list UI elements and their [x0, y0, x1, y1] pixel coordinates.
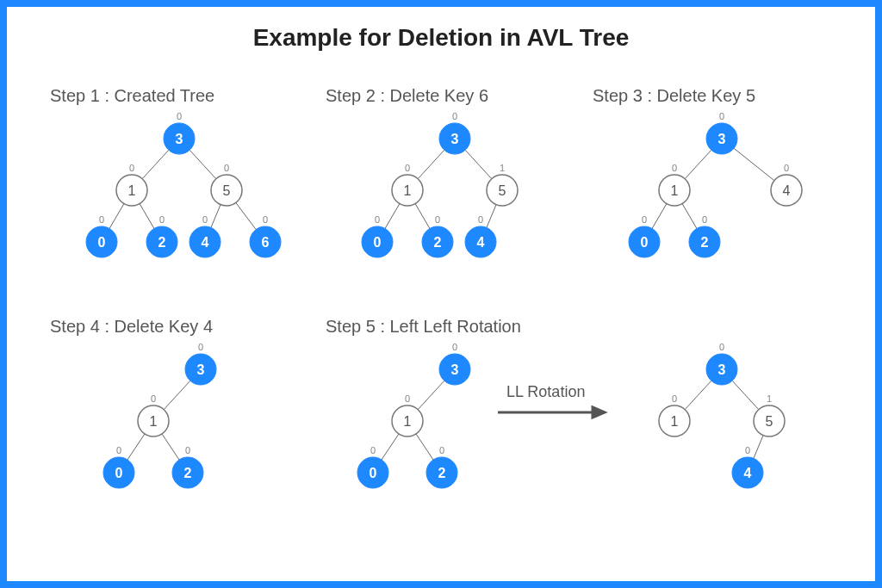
svg-text:0: 0	[370, 466, 377, 480]
svg-text:1: 1	[128, 183, 136, 198]
svg-text:3: 3	[451, 132, 459, 146]
rotation-label: LL Rotation	[506, 383, 585, 400]
svg-line-51	[734, 148, 774, 181]
svg-text:0: 0	[745, 445, 750, 455]
svg-line-53	[682, 204, 697, 229]
step-5: Step 5 : Left Left Rotation 30100020 LL …	[326, 317, 825, 516]
svg-text:0: 0	[129, 163, 134, 173]
svg-line-103	[754, 436, 763, 459]
step-3: Step 3 : Delete Key 5 3010400020	[593, 86, 825, 276]
svg-text:0: 0	[159, 214, 165, 225]
tree-3: 3010400020	[593, 113, 825, 276]
svg-line-85	[382, 434, 399, 460]
svg-text:5: 5	[499, 183, 506, 198]
svg-text:1: 1	[404, 414, 412, 429]
svg-text:5: 5	[223, 183, 231, 198]
svg-text:5: 5	[766, 414, 773, 429]
svg-text:1: 1	[500, 163, 505, 173]
svg-text:6: 6	[262, 235, 270, 250]
step-5-title: Step 5 : Left Left Rotation	[326, 317, 825, 337]
svg-text:0: 0	[99, 214, 104, 225]
svg-text:0: 0	[405, 163, 410, 173]
svg-line-84	[418, 381, 444, 409]
svg-text:0: 0	[452, 344, 457, 352]
svg-text:0: 0	[719, 344, 724, 352]
svg-line-30	[415, 204, 430, 229]
svg-line-29	[385, 204, 400, 229]
svg-text:0: 0	[702, 214, 707, 225]
svg-line-71	[162, 434, 179, 460]
svg-line-102	[732, 381, 759, 409]
svg-text:4: 4	[202, 235, 209, 250]
page-title: Example for Deletion in AVL Tree	[41, 24, 841, 52]
svg-text:2: 2	[438, 466, 446, 480]
svg-text:2: 2	[434, 235, 442, 250]
svg-text:0: 0	[435, 214, 440, 225]
svg-text:0: 0	[374, 235, 382, 250]
svg-line-52	[652, 204, 667, 229]
svg-line-101	[685, 381, 711, 409]
svg-text:1: 1	[767, 393, 772, 404]
svg-text:2: 2	[158, 235, 166, 250]
svg-text:0: 0	[370, 445, 376, 455]
svg-line-5	[236, 202, 256, 229]
step-1: Step 1 : Created Tree 30105000204060	[50, 86, 300, 276]
svg-text:1: 1	[404, 183, 412, 198]
tree-1: 30105000204060	[50, 113, 300, 276]
svg-text:4: 4	[477, 235, 485, 250]
svg-text:1: 1	[671, 183, 679, 198]
svg-line-86	[416, 434, 433, 460]
svg-text:0: 0	[116, 445, 121, 455]
svg-line-1	[189, 150, 216, 178]
step-1-title: Step 1 : Created Tree	[50, 86, 300, 106]
svg-text:0: 0	[719, 113, 724, 121]
svg-text:0: 0	[151, 393, 156, 404]
svg-text:0: 0	[177, 113, 182, 121]
svg-line-70	[127, 434, 145, 460]
svg-text:0: 0	[672, 393, 677, 404]
svg-text:4: 4	[744, 466, 752, 480]
svg-text:3: 3	[451, 362, 459, 377]
svg-line-31	[487, 205, 496, 228]
svg-text:2: 2	[184, 466, 192, 480]
svg-text:0: 0	[224, 163, 229, 173]
tree-4: 30100020	[50, 344, 300, 507]
svg-text:0: 0	[642, 214, 647, 225]
step-3-title: Step 3 : Delete Key 5	[593, 86, 825, 106]
svg-text:2: 2	[701, 235, 709, 250]
svg-text:0: 0	[115, 466, 123, 480]
svg-text:0: 0	[439, 445, 444, 455]
svg-text:4: 4	[783, 183, 791, 198]
svg-line-27	[418, 150, 444, 178]
svg-text:0: 0	[672, 163, 677, 173]
svg-line-2	[109, 204, 124, 229]
svg-text:0: 0	[784, 163, 789, 173]
svg-text:3: 3	[718, 132, 726, 146]
step-2-title: Step 2 : Delete Key 6	[326, 86, 558, 106]
svg-text:0: 0	[405, 393, 410, 404]
svg-text:3: 3	[718, 362, 726, 377]
svg-marker-100	[593, 407, 605, 418]
step-4: Step 4 : Delete Key 4 30100020	[50, 317, 300, 507]
svg-text:0: 0	[202, 214, 208, 225]
svg-line-4	[211, 205, 220, 228]
svg-line-0	[142, 150, 169, 178]
svg-text:1: 1	[671, 414, 679, 429]
svg-line-3	[140, 204, 154, 229]
tree-5: 30100020 LL Rotation 30105140	[326, 344, 825, 516]
svg-text:0: 0	[641, 235, 649, 250]
tree-2: 301051002040	[326, 113, 558, 276]
svg-text:0: 0	[198, 344, 203, 352]
svg-text:3: 3	[176, 132, 183, 146]
step-4-title: Step 4 : Delete Key 4	[50, 317, 300, 337]
svg-text:1: 1	[150, 414, 158, 429]
diagram-frame: Example for Deletion in AVL Tree Step 1 …	[0, 0, 882, 588]
svg-text:0: 0	[478, 214, 483, 225]
svg-text:0: 0	[98, 235, 106, 250]
svg-text:0: 0	[263, 214, 268, 225]
svg-text:0: 0	[452, 113, 457, 121]
svg-line-28	[465, 150, 492, 178]
svg-text:0: 0	[185, 445, 190, 455]
step-2: Step 2 : Delete Key 6 301051002040	[326, 86, 558, 276]
svg-line-69	[164, 381, 190, 409]
